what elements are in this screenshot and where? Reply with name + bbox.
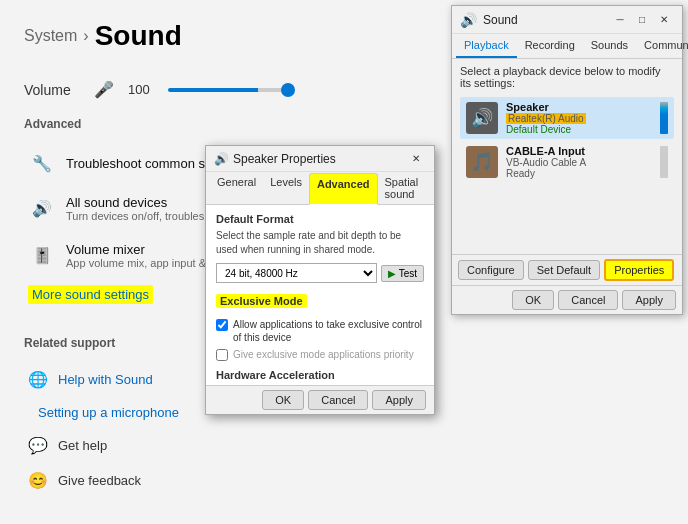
exclusive-mode-label: Exclusive Mode [216,294,307,308]
cable-device-status: Ready [506,168,652,179]
speaker-device-info: Speaker Realtek(R) Audio Default Device [506,101,652,135]
sound-ok-bar: OK Cancel Apply [452,285,682,314]
tab-communications[interactable]: Communications [636,34,688,58]
hw-section: Hardware Acceleration Allow hardware acc… [216,369,424,385]
speaker-device-status: Default Device [506,124,652,135]
sound-window-title-left: 🔊 Sound [460,12,518,28]
allow-exclusive-checkbox[interactable] [216,319,228,331]
dialog-titlebar: 🔊 Speaker Properties ✕ [206,146,434,172]
tab-general[interactable]: General [210,172,263,204]
default-format-title: Default Format [216,213,424,225]
cable-device-icon: 🎵 [466,146,498,178]
setup-microphone-label: Setting up a microphone [38,405,179,420]
allow-exclusive-label: Allow applications to take exclusive con… [233,318,424,344]
breadcrumb-sep: › [83,27,88,45]
minimize-button[interactable]: ─ [610,12,630,28]
sound-instruction: Select a playback device below to modify… [460,65,674,89]
dialog-cancel-button[interactable]: Cancel [308,390,368,410]
advanced-section-title: Advanced [24,117,411,131]
cable-device-info: CABLE-A Input VB-Audio Cable A Ready [506,145,652,179]
configure-button[interactable]: Configure [458,260,524,280]
dialog-tabs: General Levels Advanced Spatial sound [206,172,434,205]
volume-label: Volume [24,82,84,98]
sound-control-panel: 🔊 Sound ─ □ ✕ Playback Recording Sounds … [451,5,683,315]
sound-apply-button[interactable]: Apply [622,290,676,310]
give-priority-label: Give exclusive mode applications priorit… [233,348,414,361]
sound-window-title: Sound [483,13,518,27]
play-icon: ▶ [388,268,396,279]
help-icon: 🌐 [28,370,48,389]
sound-cancel-button[interactable]: Cancel [558,290,618,310]
dialog-ok-bar: OK Cancel Apply [206,385,434,414]
format-select[interactable]: 24 bit, 48000 Hz [216,263,377,283]
get-help-item[interactable]: 💬 Get help [24,428,411,463]
speaker-device-item[interactable]: 🔊 Speaker Realtek(R) Audio Default Devic… [460,97,674,139]
cable-device-name: CABLE-A Input [506,145,652,157]
breadcrumb-row: System › Sound [24,20,411,60]
microphone-icon: 🎤 [94,80,114,99]
allow-exclusive-row: Allow applications to take exclusive con… [216,318,424,344]
speaker-device-icon: 🔊 [466,102,498,134]
cable-device-driver: VB-Audio Cable A [506,157,652,168]
volume-thumb[interactable] [281,83,295,97]
give-feedback-item[interactable]: 😊 Give feedback [24,463,411,498]
maximize-button[interactable]: □ [632,12,652,28]
give-priority-checkbox[interactable] [216,349,228,361]
close-button[interactable]: ✕ [654,12,674,28]
breadcrumb-parent[interactable]: System [24,27,77,45]
volume-slider[interactable] [168,88,288,92]
cable-device-item[interactable]: 🎵 CABLE-A Input VB-Audio Cable A Ready [460,141,674,183]
speaker-device-driver: Realtek(R) Audio [506,113,652,124]
test-label: Test [399,268,417,279]
window-controls: ─ □ ✕ [610,12,674,28]
more-sound-settings-link[interactable]: More sound settings [28,285,153,304]
default-format-desc: Select the sample rate and bit depth to … [216,229,424,257]
dialog-window-controls: ✕ [406,151,426,167]
volume-value: 100 [128,82,150,97]
dialog-content: Default Format Select the sample rate an… [206,205,434,385]
sound-bottom-bar: Configure Set Default Properties [452,254,682,285]
dialog-title-text: Speaker Properties [233,152,336,166]
volume-row: Volume 🎤 100 [24,80,411,99]
sound-tabs: Playback Recording Sounds Communications [452,34,682,59]
get-help-icon: 💬 [28,436,48,455]
give-feedback-label: Give feedback [58,473,141,488]
set-default-button[interactable]: Set Default [528,260,600,280]
speaker-level-bar [660,102,668,134]
hw-accel-title: Hardware Acceleration [216,369,424,381]
cable-level-bar [660,146,668,178]
tab-advanced[interactable]: Advanced [309,173,378,205]
all-devices-icon: 🔊 [30,197,54,221]
dialog-apply-button[interactable]: Apply [372,390,426,410]
speaker-device-name: Speaker [506,101,652,113]
tab-sounds[interactable]: Sounds [583,34,636,58]
dialog-title: 🔊 Speaker Properties [214,152,336,166]
dialog-ok-button[interactable]: OK [262,390,304,410]
tab-playback[interactable]: Playback [456,34,517,58]
dialog-close-button[interactable]: ✕ [406,151,426,167]
volume-mixer-icon: 🎚️ [30,244,54,268]
speaker-properties-dialog: 🔊 Speaker Properties ✕ General Levels Ad… [205,145,435,415]
sound-ok-button[interactable]: OK [512,290,554,310]
feedback-icon: 😊 [28,471,48,490]
help-with-sound-label: Help with Sound [58,372,153,387]
tab-recording[interactable]: Recording [517,34,583,58]
tab-spatial[interactable]: Spatial sound [378,172,430,204]
sound-speaker-icon: 🔊 [460,12,477,28]
sound-content: Select a playback device below to modify… [452,59,682,254]
sound-titlebar: 🔊 Sound ─ □ ✕ [452,6,682,34]
dialog-title-icon: 🔊 [214,152,229,166]
breadcrumb: System › Sound [24,20,182,52]
format-select-row: 24 bit, 48000 Hz ▶ Test [216,263,424,283]
tab-levels[interactable]: Levels [263,172,309,204]
properties-button[interactable]: Properties [604,259,674,281]
page-title: Sound [95,20,182,52]
troubleshoot-icon: 🔧 [30,151,54,175]
device-list: 🔊 Speaker Realtek(R) Audio Default Devic… [460,97,674,183]
give-priority-row: Give exclusive mode applications priorit… [216,348,424,361]
test-button[interactable]: ▶ Test [381,265,424,282]
get-help-label: Get help [58,438,107,453]
